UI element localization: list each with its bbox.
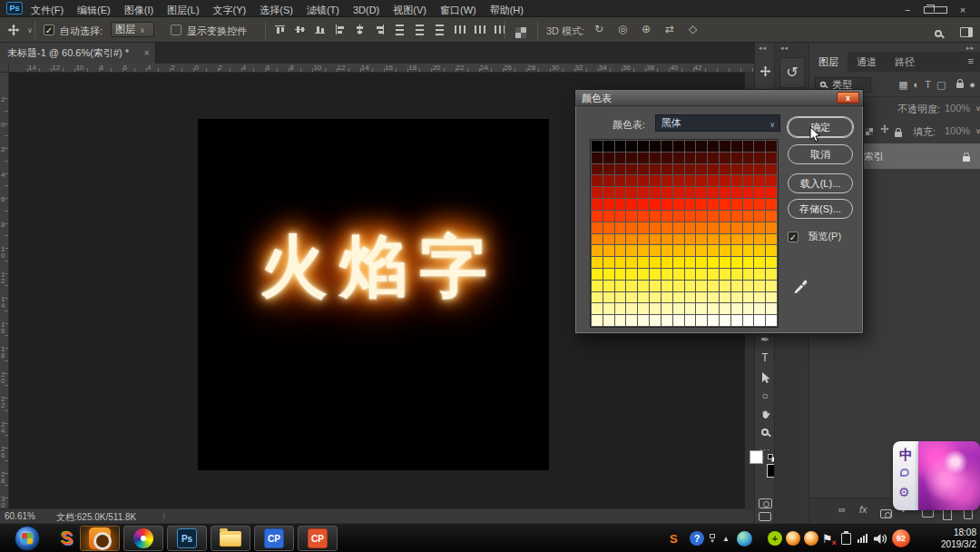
color-swatch[interactable]: [720, 303, 730, 314]
color-swatch[interactable]: [743, 222, 754, 233]
color-swatch[interactable]: [662, 303, 672, 314]
align-right-edges-icon[interactable]: [374, 23, 386, 39]
color-swatch[interactable]: [626, 234, 637, 245]
color-swatch[interactable]: [638, 269, 649, 280]
color-swatch[interactable]: [662, 292, 672, 303]
color-swatch[interactable]: [638, 153, 649, 163]
color-swatch[interactable]: [592, 211, 603, 222]
color-swatch[interactable]: [766, 222, 777, 233]
color-swatch[interactable]: [754, 211, 765, 222]
panel-tab-通道[interactable]: 通道: [848, 52, 886, 72]
color-swatch[interactable]: [673, 234, 684, 245]
color-swatch[interactable]: [696, 234, 707, 245]
color-swatch[interactable]: [615, 164, 626, 175]
color-swatch[interactable]: [720, 211, 730, 222]
lock-position-icon[interactable]: [880, 124, 889, 135]
color-swatch[interactable]: [592, 257, 603, 268]
expand-dock-icon[interactable]: ▸▸: [966, 44, 975, 52]
color-swatch[interactable]: [650, 303, 661, 314]
color-swatch[interactable]: [720, 222, 730, 233]
color-swatch[interactable]: [766, 303, 777, 314]
colorwheel-app-icon[interactable]: [123, 526, 163, 551]
color-swatch[interactable]: [743, 187, 754, 198]
color-swatch[interactable]: [603, 292, 614, 303]
color-swatch[interactable]: [603, 281, 614, 291]
color-swatch[interactable]: [708, 211, 719, 222]
color-swatch[interactable]: [696, 199, 707, 210]
3d-roll-icon[interactable]: ◎: [618, 23, 627, 35]
color-swatch[interactable]: [650, 141, 661, 152]
color-swatch[interactable]: [603, 257, 614, 268]
volume-icon[interactable]: [874, 527, 887, 549]
color-swatch[interactable]: [754, 153, 765, 163]
color-swatch[interactable]: [708, 245, 719, 256]
color-swatch[interactable]: [685, 164, 696, 175]
color-swatch[interactable]: [685, 234, 696, 245]
layer-style-icon[interactable]: fx: [859, 504, 867, 515]
status-expander-icon[interactable]: 〉: [162, 511, 171, 524]
color-swatch[interactable]: [708, 257, 719, 268]
qq-pet-icon-2[interactable]: [804, 527, 818, 549]
color-swatch[interactable]: [731, 141, 742, 152]
chevron-down-icon[interactable]: ∨: [975, 104, 980, 113]
color-swatch[interactable]: [662, 269, 672, 280]
color-swatch[interactable]: [626, 141, 637, 152]
color-swatch[interactable]: [766, 187, 777, 198]
cp-blue-taskbar-icon[interactable]: CP: [254, 526, 294, 551]
color-swatch[interactable]: [638, 141, 649, 152]
green-plus-icon[interactable]: +: [768, 527, 782, 549]
color-swatch[interactable]: [696, 153, 707, 163]
color-swatch[interactable]: [626, 211, 637, 222]
eyedropper-icon[interactable]: [793, 279, 808, 299]
color-swatch[interactable]: [754, 222, 765, 233]
color-swatch[interactable]: [638, 234, 649, 245]
color-swatch[interactable]: [626, 175, 637, 186]
lock-transparency-icon[interactable]: [866, 125, 873, 136]
color-swatch[interactable]: [754, 164, 765, 175]
color-swatch[interactable]: [743, 315, 754, 326]
color-swatch[interactable]: [731, 187, 742, 198]
color-swatch[interactable]: [592, 269, 603, 280]
color-swatch[interactable]: [720, 175, 730, 186]
save-button[interactable]: 存储(S)...: [788, 199, 853, 219]
guard-score-badge[interactable]: 92: [892, 527, 910, 549]
color-swatch[interactable]: [743, 211, 754, 222]
type-filter-icon[interactable]: T: [925, 79, 931, 90]
color-swatch[interactable]: [743, 175, 754, 186]
color-swatch[interactable]: [650, 199, 661, 210]
color-swatch[interactable]: [720, 234, 730, 245]
color-swatch[interactable]: [603, 303, 614, 314]
color-swatch[interactable]: [685, 303, 696, 314]
color-swatch[interactable]: [754, 269, 765, 280]
color-swatch[interactable]: [696, 222, 707, 233]
color-swatch[interactable]: [743, 257, 754, 268]
align-top-edges-icon[interactable]: [274, 23, 286, 39]
color-swatch[interactable]: [626, 281, 637, 291]
panel-tab-图层[interactable]: 图层: [809, 52, 848, 72]
color-swatch[interactable]: [615, 153, 626, 163]
color-swatch[interactable]: [743, 234, 754, 245]
tool-preset-chevron-icon[interactable]: ∨: [27, 26, 33, 34]
align-horizontal-centers-icon[interactable]: [354, 23, 366, 39]
smart-object-filter-icon[interactable]: [951, 79, 964, 90]
color-swatch[interactable]: [626, 315, 637, 326]
color-swatch[interactable]: [638, 222, 649, 233]
ime-language-indicator[interactable]: 中: [899, 447, 913, 464]
color-swatch[interactable]: [766, 153, 777, 163]
explorer-taskbar-icon[interactable]: [211, 526, 250, 551]
color-swatch[interactable]: [696, 187, 707, 198]
color-swatch[interactable]: [743, 141, 754, 152]
color-swatch[interactable]: [731, 222, 742, 233]
tab-close-icon[interactable]: ×: [144, 43, 150, 63]
color-swatch[interactable]: [708, 199, 719, 210]
color-swatch[interactable]: [754, 292, 765, 303]
color-swatch[interactable]: [673, 281, 684, 291]
color-swatch[interactable]: [685, 141, 696, 152]
dialog-titlebar[interactable]: 颜色表 x: [575, 90, 863, 106]
color-swatch[interactable]: [731, 281, 742, 291]
fill-value[interactable]: 100%: [945, 125, 970, 136]
color-swatch[interactable]: [766, 269, 777, 280]
color-swatch[interactable]: [720, 141, 730, 152]
color-swatch[interactable]: [720, 269, 730, 280]
color-swatch[interactable]: [696, 175, 707, 186]
